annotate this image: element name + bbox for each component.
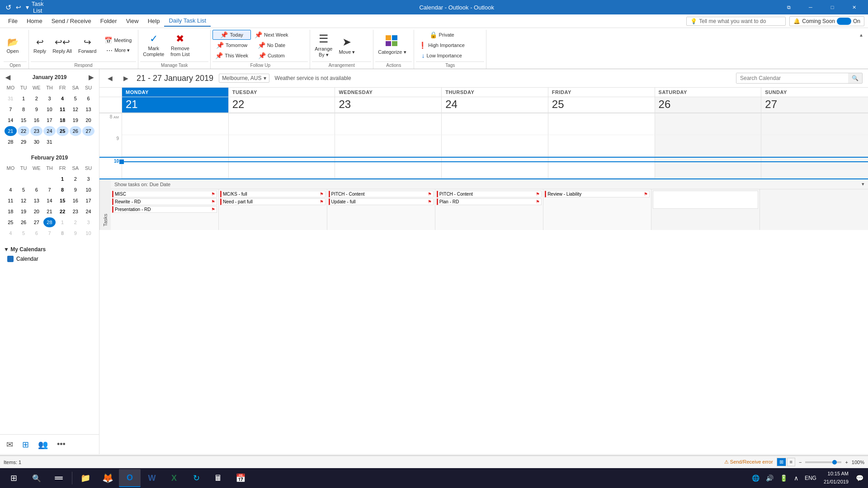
slot-fri-9[interactable] [548, 135, 655, 157]
network-icon[interactable]: 🌐 [749, 473, 762, 483]
cal-day-23[interactable]: 23 [30, 126, 42, 136]
task-item[interactable]: MC/KS - full ⚑ [220, 191, 325, 197]
tasks-dropdown-btn[interactable]: ▾ [862, 181, 864, 187]
task-item[interactable]: Need - part full ⚑ [220, 198, 325, 205]
mark-complete-btn[interactable]: ✓ MarkComplete [140, 32, 167, 59]
cal-day[interactable]: 25 [5, 217, 17, 227]
task-item[interactable]: MISC ⚑ [112, 191, 217, 197]
slot-sun-9[interactable] [761, 135, 868, 157]
slot-sat-8[interactable] [655, 113, 762, 135]
word-btn[interactable]: W [141, 469, 163, 487]
calendar-app-btn[interactable]: 📅 [230, 469, 251, 487]
cal-day[interactable]: 3 [82, 174, 94, 184]
cal-day[interactable]: 11 [57, 104, 69, 114]
cal-day[interactable]: 31 [5, 94, 17, 103]
cal-day[interactable]: 17 [43, 115, 56, 125]
task-item[interactable]: Rewrite - RD ⚑ [112, 198, 217, 205]
cal-day[interactable]: 14 [43, 196, 56, 206]
task-empty-area[interactable] [653, 191, 758, 209]
cal-prev-btn[interactable]: ◀ [105, 74, 115, 83]
cal-day-27[interactable]: 27 [82, 126, 94, 136]
cal-day[interactable]: 10 [43, 104, 56, 114]
menu-view[interactable]: View [122, 16, 143, 26]
cal-day[interactable]: 26 [18, 217, 30, 227]
cal-day[interactable]: 2 [70, 217, 82, 227]
cal-day[interactable]: 17 [82, 196, 94, 206]
undo-btn[interactable]: ↩ [14, 3, 23, 12]
reply-btn[interactable]: ↩ Reply [31, 32, 49, 59]
firefox-btn[interactable]: 🦊 [97, 469, 118, 487]
slot-tue-8[interactable] [229, 113, 335, 135]
cal-day[interactable]: 7 [43, 228, 56, 238]
task-item[interactable]: PITCH - Content ⚑ [329, 191, 434, 197]
cal-day[interactable]: 13 [82, 104, 94, 114]
slot-tue-10[interactable] [229, 158, 335, 178]
cal-day[interactable]: 20 [30, 206, 42, 216]
open-btn[interactable]: 📂 Open [4, 32, 22, 59]
calendar-item[interactable]: Calendar [4, 254, 95, 263]
slot-wed-10[interactable] [335, 158, 442, 178]
cal-day[interactable]: 21 [43, 206, 56, 216]
cal-day[interactable]: 31 [43, 137, 56, 147]
collapse-ribbon-btn[interactable]: ▲ [858, 32, 864, 38]
task-item[interactable]: Update - full ⚑ [329, 198, 434, 205]
cal-day[interactable]: 3 [82, 217, 94, 227]
cal-day[interactable]: 4 [5, 228, 17, 238]
slot-sun-10[interactable] [761, 158, 868, 178]
slot-wed-8[interactable] [335, 113, 442, 135]
cal-day[interactable]: 15 [57, 196, 69, 206]
cal-day[interactable]: 1 [57, 174, 69, 184]
send-receive-error[interactable]: ⚠ Send/Receive error [724, 459, 773, 465]
slot-thu-10[interactable] [442, 158, 548, 178]
no-date-btn[interactable]: 📌 No Date [252, 40, 291, 50]
next-week-btn[interactable]: 📌 Next Week [252, 30, 291, 40]
edge-btn[interactable]: ↻ [185, 469, 207, 487]
cal-day[interactable]: 6 [30, 185, 42, 195]
mini-cal-prev-jan[interactable]: ◀ [4, 74, 12, 81]
cal-day-26[interactable]: 26 [70, 126, 82, 136]
cal-day[interactable]: 13 [30, 196, 42, 206]
coming-soon-btn[interactable]: 🔔 Coming Soon On [789, 16, 864, 26]
menu-folder[interactable]: Folder [96, 16, 122, 26]
restore-window-btn[interactable]: ⧉ [778, 0, 799, 14]
move-btn[interactable]: ➤ Move ▾ [336, 32, 358, 59]
speaker-icon[interactable]: 🔊 [763, 473, 776, 483]
start-btn[interactable]: ⊞ [2, 469, 25, 487]
task-item[interactable]: Plan - RD ⚑ [437, 198, 542, 205]
forward-btn[interactable]: ↪ Forward [75, 32, 99, 59]
cal-day[interactable]: 24 [82, 206, 94, 216]
zoom-slider[interactable] [805, 461, 841, 463]
reply-all-btn[interactable]: ↩↩ Reply All [50, 32, 75, 59]
refresh-icon[interactable]: ↺ [4, 2, 13, 13]
cal-day[interactable]: 1 [18, 94, 30, 103]
remove-from-list-btn[interactable]: ✖ Removefrom List [168, 32, 192, 59]
more-nav-icon[interactable]: ••• [54, 437, 68, 452]
cal-day[interactable]: 23 [70, 206, 82, 216]
cal-day-24[interactable]: 24 [43, 126, 56, 136]
high-importance-btn[interactable]: ❗ High Importance [416, 40, 467, 50]
cal-day[interactable]: 5 [18, 185, 30, 195]
tomorrow-btn[interactable]: 📌 Tomorrow [212, 40, 251, 50]
battery-icon[interactable]: 🔋 [777, 473, 790, 483]
people-nav-icon[interactable]: 👥 [35, 437, 51, 452]
cal-day[interactable]: 4 [5, 185, 17, 195]
excel-btn[interactable]: X [163, 469, 185, 487]
slot-sat-10[interactable] [655, 158, 762, 178]
menu-help[interactable]: Help [143, 16, 165, 26]
cal-day[interactable]: 2 [30, 94, 42, 103]
tell-me-input[interactable]: 💡 Tell me what you want to do [686, 17, 786, 26]
cal-day[interactable]: 11 [5, 196, 17, 206]
cal-day[interactable]: 6 [30, 228, 42, 238]
cal-day[interactable]: 28 [5, 137, 17, 147]
cal-day[interactable]: 8 [57, 185, 69, 195]
file-explorer-btn[interactable]: 📁 [75, 469, 96, 487]
cal-day[interactable]: 19 [18, 206, 30, 216]
cal-day[interactable]: 10 [82, 228, 94, 238]
my-calendars-header[interactable]: ▼ My Calendars [4, 244, 95, 254]
calendar-nav-icon[interactable]: ⊞ [19, 437, 32, 452]
private-btn[interactable]: 🔒 Private [416, 30, 467, 40]
more-btn[interactable]: ⋯ More ▾ [100, 46, 136, 56]
slot-mon-10[interactable] [122, 158, 229, 178]
cal-day[interactable]: 30 [30, 137, 42, 147]
time-body[interactable]: 8 AM 9 [99, 113, 868, 454]
